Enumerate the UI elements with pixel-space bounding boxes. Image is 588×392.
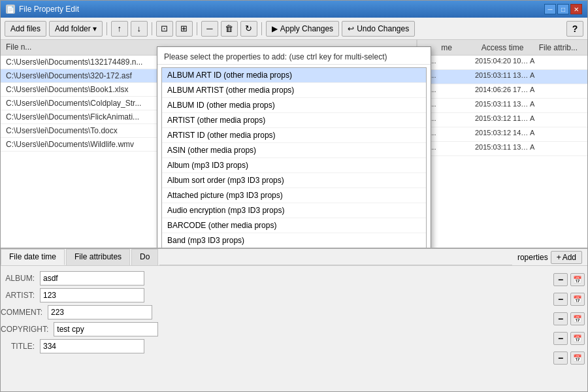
list-item[interactable]: Album sort order (mp3 ID3 props) xyxy=(162,173,426,188)
minus-button[interactable]: ─ xyxy=(201,21,218,37)
title-bar-left: 📄 File Property Edit xyxy=(6,5,79,14)
chevron-down-icon: ▾ xyxy=(93,24,97,33)
main-window: 📄 File Property Edit ─ □ ✕ Add files Add… xyxy=(0,0,588,392)
remove-comment-button[interactable]: − xyxy=(553,312,568,325)
title-row: TITLE: xyxy=(1,338,144,355)
toolbar: Add files Add folder ▾ ↑ ↓ ⊡ ⊞ ─ 🗑 ↻ ▶ A… xyxy=(1,18,587,40)
btn-row-4: − 📅 xyxy=(551,330,585,347)
delete-button[interactable]: 🗑 xyxy=(221,21,238,37)
dialog-instruction: Please select the properties to add: (us… xyxy=(157,47,431,65)
remove-copyright-button[interactable]: − xyxy=(553,332,568,345)
artist-label: ARTIST: xyxy=(1,291,35,300)
calendar-copyright-button[interactable]: 📅 xyxy=(570,332,585,345)
album-row: ALBUM: xyxy=(1,270,144,287)
tab-do[interactable]: Do xyxy=(131,249,158,265)
separator-1 xyxy=(106,22,107,35)
btn-row-5: − 📅 xyxy=(551,350,585,367)
tab-file-date-time[interactable]: File date time xyxy=(1,249,65,265)
apply-label: Apply Changes xyxy=(280,24,333,33)
add-label: Add xyxy=(563,253,576,262)
copyright-input[interactable] xyxy=(54,322,158,336)
undo-changes-button[interactable]: ↩ Undo Changes xyxy=(342,21,415,37)
separator-2 xyxy=(152,22,152,35)
copyright-label: COPYRIGHT: xyxy=(1,325,48,334)
tab-spacer xyxy=(159,249,512,265)
tab-file-date-time-label: File date time xyxy=(9,252,56,261)
list-item[interactable]: Attached picture (mp3 ID3 props) xyxy=(162,188,426,203)
calendar-title-button[interactable]: 📅 xyxy=(570,351,585,365)
album-input[interactable] xyxy=(40,271,144,286)
remove-artist-button[interactable]: − xyxy=(553,293,568,306)
list-item[interactable]: ARTIST (other media props) xyxy=(162,113,426,128)
remove-title-button[interactable]: − xyxy=(553,351,568,365)
add-folder-button[interactable]: Add folder ▾ xyxy=(49,21,103,37)
separator-3 xyxy=(197,22,197,35)
artist-row: ARTIST: xyxy=(1,287,144,304)
calendar-comment-button[interactable]: 📅 xyxy=(570,312,585,325)
title-input[interactable] xyxy=(40,339,144,353)
title-bar: 📄 File Property Edit ─ □ ✕ xyxy=(1,1,587,18)
calendar-album-button[interactable]: 📅 xyxy=(570,273,585,286)
list-item[interactable]: Album (mp3 ID3 props) xyxy=(162,158,426,173)
window-title: File Property Edit xyxy=(19,5,79,14)
grid-button[interactable]: ⊞ xyxy=(176,21,193,37)
right-side-buttons: − 📅 − 📅 − 📅 − 📅 − 📅 xyxy=(548,266,587,391)
comment-row: COMMENT: xyxy=(1,304,144,321)
undo-label: Undo Changes xyxy=(357,24,409,33)
list-item[interactable]: ALBUM ARTIST (other media props) xyxy=(162,83,426,98)
add-folder-label: Add folder xyxy=(55,24,91,33)
list-item[interactable]: ARTIST ID (other media props) xyxy=(162,128,426,143)
list-item[interactable]: ASIN (other media props) xyxy=(162,143,426,158)
tab-file-attributes[interactable]: File attributes xyxy=(66,249,130,265)
separator-4 xyxy=(261,22,262,35)
list-item[interactable]: BARCODE (other media props) xyxy=(162,218,426,233)
minimize-button[interactable]: ─ xyxy=(544,4,556,14)
window-icon: 📄 xyxy=(6,5,15,14)
comment-input[interactable] xyxy=(48,305,152,319)
remove-album-button[interactable]: − xyxy=(553,273,568,286)
list-item[interactable]: Audio encryption (mp3 ID3 props) xyxy=(162,203,426,218)
property-list[interactable]: ALBUM ART ID (other media props) ALBUM A… xyxy=(161,67,427,248)
resize-button[interactable]: ⊡ xyxy=(156,21,173,37)
list-item[interactable]: ALBUM ID (other media props) xyxy=(162,98,426,113)
add-files-button[interactable]: Add files xyxy=(5,21,46,37)
bottom-tabs: File date time File attributes Do ropert… xyxy=(1,249,587,266)
btn-row-2: − 📅 xyxy=(551,291,585,308)
list-item[interactable]: Band (mp3 ID3 props) xyxy=(162,233,426,248)
undo-icon: ↩ xyxy=(348,24,354,33)
add-property-button[interactable]: + Add xyxy=(551,251,582,264)
maximize-button[interactable]: □ xyxy=(557,4,569,14)
refresh-button[interactable]: ↻ xyxy=(240,21,257,37)
album-label: ALBUM: xyxy=(1,274,35,283)
add-section: roperties + Add xyxy=(512,249,587,265)
apply-changes-button[interactable]: ▶ Apply Changes xyxy=(266,21,339,37)
artist-input[interactable] xyxy=(40,288,144,302)
title-label: TITLE: xyxy=(1,342,35,351)
dropdown-overlay: Please select the properties to add: (us… xyxy=(1,40,587,248)
main-content: File n... C:\Users\lei\Documents\1321744… xyxy=(1,40,587,248)
move-down-button[interactable]: ↓ xyxy=(131,21,148,37)
tab-file-attributes-label: File attributes xyxy=(74,252,122,261)
btn-row-3: − 📅 xyxy=(551,310,585,327)
close-button[interactable]: ✕ xyxy=(570,4,582,14)
move-up-button[interactable]: ↑ xyxy=(111,21,128,37)
copyright-row: COPYRIGHT: xyxy=(1,321,144,338)
bottom-content: ALBUM: ARTIST: COMMENT: COPYRIGHT: TITLE… xyxy=(1,266,587,391)
btn-row-1: − 📅 xyxy=(551,271,585,288)
apply-icon: ▶ xyxy=(272,24,278,33)
properties-panel: ALBUM: ARTIST: COMMENT: COPYRIGHT: TITLE… xyxy=(1,266,144,391)
tab-do-label: Do xyxy=(140,252,150,261)
property-select-dialog: Please select the properties to add: (us… xyxy=(157,46,431,248)
bottom-area: File date time File attributes Do ropert… xyxy=(1,248,587,391)
help-button[interactable]: ? xyxy=(566,21,583,37)
spacer xyxy=(144,266,548,391)
properties-label: roperties xyxy=(517,253,548,262)
plus-icon: + xyxy=(557,253,561,262)
calendar-artist-button[interactable]: 📅 xyxy=(570,293,585,306)
title-bar-controls: ─ □ ✕ xyxy=(544,4,582,14)
list-item[interactable]: ALBUM ART ID (other media props) xyxy=(162,68,426,83)
comment-label: COMMENT: xyxy=(1,308,42,317)
